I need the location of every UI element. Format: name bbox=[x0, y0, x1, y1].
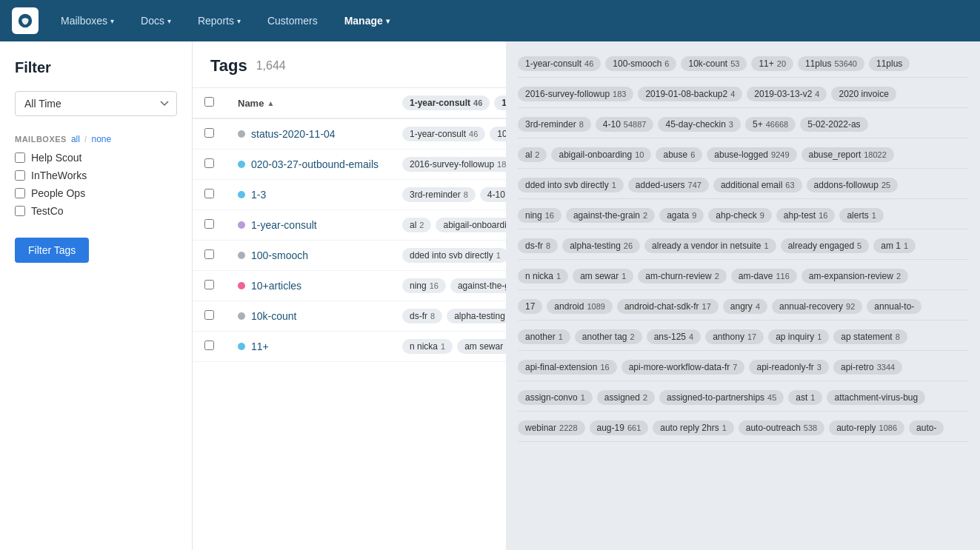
time-filter-select[interactable]: All Time Last 7 Days Last 30 Days Last 9… bbox=[15, 91, 177, 116]
tag-name-text[interactable]: 100-smooch bbox=[251, 249, 308, 261]
checkbox-intheworks[interactable]: InTheWorks bbox=[15, 170, 177, 181]
row-checkbox[interactable] bbox=[204, 158, 214, 168]
detail-chip[interactable]: ahp-check9 bbox=[708, 208, 772, 223]
detail-chip[interactable]: attachment-virus-bug bbox=[827, 390, 925, 405]
detail-chip[interactable]: ap inquiry1 bbox=[768, 329, 829, 344]
detail-chip[interactable]: annual-recovery92 bbox=[772, 299, 862, 314]
select-all-checkbox[interactable] bbox=[204, 97, 214, 107]
checkbox-input-testco[interactable] bbox=[15, 206, 25, 216]
detail-chip[interactable]: ans-1254 bbox=[647, 329, 701, 344]
detail-chip[interactable]: dded into svb directly1 bbox=[518, 178, 624, 192]
mailboxes-all-link[interactable]: all bbox=[71, 134, 80, 144]
mailboxes-none-link[interactable]: none bbox=[91, 134, 111, 144]
detail-chip[interactable]: 11plus bbox=[869, 56, 910, 71]
detail-chip[interactable]: api-final-extension16 bbox=[518, 360, 617, 375]
detail-chip[interactable]: ds-fr8 bbox=[518, 238, 558, 253]
detail-chip[interactable]: webinar2228 bbox=[518, 420, 585, 435]
detail-chip[interactable]: aug-19661 bbox=[590, 420, 649, 435]
detail-chip[interactable]: addons-followup25 bbox=[807, 178, 899, 192]
nav-docs[interactable]: Docs ▾ bbox=[130, 9, 181, 33]
detail-chip[interactable]: am-dave116 bbox=[731, 269, 797, 284]
detail-chip[interactable]: 5-02-2022-as bbox=[800, 117, 867, 132]
detail-chip[interactable]: 11+20 bbox=[751, 56, 793, 71]
detail-chip[interactable]: api-readonly-fr3 bbox=[749, 360, 829, 375]
row-chip[interactable]: 3rd-reminder8 bbox=[402, 187, 476, 202]
detail-chip[interactable]: 17 bbox=[518, 299, 542, 314]
row-checkbox[interactable] bbox=[204, 189, 214, 198]
row-chip[interactable]: dded into svb directly1 bbox=[402, 248, 506, 263]
detail-chip[interactable]: 4-1054887 bbox=[596, 117, 654, 132]
row-checkbox[interactable] bbox=[204, 219, 214, 229]
detail-chip[interactable]: abigail-onboarding10 bbox=[551, 147, 651, 162]
detail-chip[interactable]: 100-smooch6 bbox=[605, 56, 676, 71]
detail-chip[interactable]: 45-day-checkin3 bbox=[658, 117, 741, 132]
detail-chip[interactable]: already a vendor in netsuite1 bbox=[644, 238, 776, 253]
detail-chip[interactable]: abuse_report18022 bbox=[801, 147, 894, 162]
name-column-header[interactable]: Name ▲ bbox=[226, 88, 390, 118]
detail-chip[interactable]: 2016-survey-followup183 bbox=[518, 87, 633, 101]
detail-chip[interactable]: 5+46668 bbox=[745, 117, 796, 132]
row-chip[interactable]: ds-fr8 bbox=[402, 309, 442, 323]
detail-chip[interactable]: api-more-workflow-data-fr7 bbox=[621, 360, 745, 375]
detail-chip[interactable]: android1089 bbox=[547, 299, 613, 314]
detail-chip[interactable]: alpha-testing26 bbox=[562, 238, 640, 253]
detail-chip[interactable]: assign-convo1 bbox=[518, 390, 593, 405]
detail-chip[interactable]: alerts1 bbox=[839, 208, 883, 223]
detail-chip[interactable]: n nicka1 bbox=[518, 269, 568, 284]
detail-chip[interactable]: 11plus53640 bbox=[798, 56, 864, 71]
detail-chip[interactable]: 2019-03-13-v24 bbox=[747, 87, 827, 101]
checkbox-helpscout[interactable]: Help Scout bbox=[15, 152, 177, 164]
tag-name-text[interactable]: 1-3 bbox=[251, 189, 266, 201]
detail-chip[interactable]: auto reply 2hrs1 bbox=[653, 420, 734, 435]
detail-chip[interactable]: abuse-logged9249 bbox=[707, 147, 796, 162]
detail-chip[interactable]: 10k-count53 bbox=[681, 56, 747, 71]
checkbox-testco[interactable]: TestCo bbox=[15, 205, 177, 217]
row-checkbox[interactable] bbox=[204, 128, 214, 138]
detail-chip[interactable]: am-churn-review2 bbox=[638, 269, 726, 284]
row-checkbox[interactable] bbox=[204, 341, 214, 350]
row-checkbox[interactable] bbox=[204, 310, 214, 320]
detail-chip[interactable]: anthony17 bbox=[705, 329, 764, 344]
row-chip[interactable]: abigail-onboarding10 bbox=[436, 218, 506, 232]
detail-chip[interactable]: against-the-grain2 bbox=[566, 208, 655, 223]
detail-chip[interactable]: android-chat-sdk-fr17 bbox=[617, 299, 719, 314]
detail-chip[interactable]: al2 bbox=[518, 147, 547, 162]
nav-manage[interactable]: Manage ▾ bbox=[334, 9, 400, 33]
row-checkbox[interactable] bbox=[204, 249, 214, 259]
row-chip[interactable]: against-the-grain2 bbox=[450, 278, 506, 293]
nav-mailboxes[interactable]: Mailboxes ▾ bbox=[50, 9, 124, 33]
checkbox-input-peopleops[interactable] bbox=[15, 188, 25, 198]
checkbox-input-helpscout[interactable] bbox=[15, 152, 25, 163]
tag-name-text[interactable]: 11+ bbox=[251, 341, 269, 352]
filter-tags-button[interactable]: Filter Tags bbox=[15, 238, 89, 263]
detail-chip[interactable]: am-expansion-review2 bbox=[801, 269, 908, 284]
detail-chip[interactable]: assigned-to-partnerships45 bbox=[659, 390, 784, 405]
logo[interactable] bbox=[12, 7, 39, 34]
row-chip[interactable]: al2 bbox=[402, 218, 431, 232]
nav-customers[interactable]: Customers bbox=[257, 9, 328, 33]
detail-chip[interactable]: ap statement8 bbox=[833, 329, 907, 344]
detail-chip[interactable]: added-users747 bbox=[628, 178, 709, 192]
detail-chip[interactable]: auto-reply1086 bbox=[829, 420, 904, 435]
detail-chip[interactable]: assigned2 bbox=[597, 390, 655, 405]
detail-chip[interactable]: auto-outreach538 bbox=[739, 420, 824, 435]
row-chip[interactable]: 2016-survey-followup183 bbox=[402, 157, 506, 172]
detail-chip[interactable]: 3rd-reminder8 bbox=[518, 117, 591, 132]
detail-chip[interactable]: angry4 bbox=[723, 299, 767, 314]
tag-name-text[interactable]: 020-03-27-outbound-emails bbox=[251, 158, 379, 170]
detail-chip[interactable]: already engaged5 bbox=[781, 238, 870, 253]
row-chip[interactable]: ning16 bbox=[402, 278, 446, 293]
tag-name-text[interactable]: 10k-count bbox=[251, 310, 296, 322]
detail-chip[interactable]: annual-to- bbox=[867, 299, 921, 314]
detail-chip[interactable]: am 11 bbox=[873, 238, 916, 253]
detail-chip[interactable]: 1-year-consult46 bbox=[518, 56, 601, 71]
row-chip[interactable]: am sewar1 bbox=[457, 339, 506, 354]
detail-chip[interactable]: another1 bbox=[518, 329, 570, 344]
detail-chip[interactable]: another tag2 bbox=[575, 329, 642, 344]
detail-chip[interactable]: ahp-test16 bbox=[776, 208, 836, 223]
detail-chip[interactable]: api-retro3344 bbox=[833, 360, 902, 375]
detail-chip[interactable]: auto- bbox=[909, 420, 944, 435]
detail-chip[interactable]: abuse6 bbox=[656, 147, 702, 162]
row-chip[interactable]: 100-smooch6 bbox=[490, 127, 506, 141]
detail-chip[interactable]: 2020 invoice bbox=[831, 87, 896, 101]
